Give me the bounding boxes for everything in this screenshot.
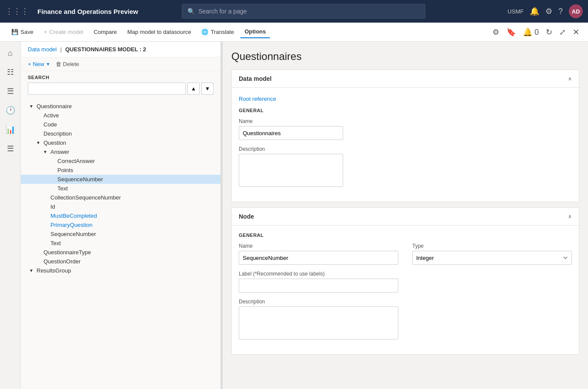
tree-item-selected[interactable]: SequenceNumber	[21, 175, 220, 184]
new-button[interactable]: + New ▼	[28, 61, 50, 67]
search-placeholder: Search for a page	[198, 8, 247, 15]
tree-item[interactable]: QuestionOrder	[21, 257, 220, 266]
search-down-arrow[interactable]: ▼	[201, 83, 214, 95]
notifications-btn[interactable]: 🔔 0	[521, 26, 541, 39]
options-button[interactable]: Options	[240, 26, 270, 38]
tree-item[interactable]: QuestionnaireType	[21, 248, 220, 257]
tree-item[interactable]: Text	[21, 184, 220, 193]
bookmark-icon[interactable]: 🔖	[504, 26, 518, 39]
tree-item[interactable]: Description	[21, 129, 220, 138]
avatar[interactable]: AD	[569, 4, 583, 18]
node-card-header[interactable]: Node ∧	[232, 208, 579, 226]
delete-button[interactable]: 🗑 Delete	[56, 61, 80, 67]
home-icon[interactable]: ⌂	[3, 45, 18, 61]
expand-icon[interactable]: ⤢	[558, 26, 568, 39]
create-model-button[interactable]: + Create model	[40, 26, 88, 38]
data-model-card: Data model ∧ Root reference GENERAL Name…	[231, 70, 579, 202]
tree-item[interactable]: Active	[21, 111, 220, 120]
refresh-icon[interactable]: ↻	[544, 26, 554, 39]
node-type-select[interactable]: Integer String Boolean Real Date DateTim…	[412, 251, 572, 265]
translate-icon: 🌐	[201, 29, 208, 35]
help-icon[interactable]: ?	[558, 7, 563, 16]
menu-icon[interactable]: ☰	[3, 83, 18, 99]
node-right-column: Type Integer String Boolean Real Date Da…	[412, 243, 572, 347]
tree-panel: Data model | QUESTIONNAIRES MODEL : 2 + …	[21, 42, 221, 389]
side-icons: ⌂ ☷ ☰ 🕐 📊 ☰	[0, 42, 21, 389]
data-model-name-input[interactable]	[239, 126, 343, 140]
tree-item[interactable]: Text	[21, 239, 220, 248]
tree-item-label: ResultsGroup	[35, 267, 71, 274]
search-section: SEARCH ▲ ▼	[21, 71, 220, 98]
data-model-general-label: GENERAL	[239, 108, 572, 113]
tree-content: ▼ Questionnaire Active Code Description	[21, 98, 220, 389]
node-general-label: GENERAL	[239, 233, 572, 238]
tree-item-label: SequenceNumber	[49, 231, 96, 237]
save-button[interactable]: 💾 Save	[7, 26, 38, 38]
tree-item-label: Id	[49, 203, 55, 210]
toggle-icon: ▼	[42, 150, 49, 154]
tree-item-label: MustBeCompleted	[49, 213, 97, 219]
data-model-description-label: Description	[239, 146, 572, 152]
main-layout: ⌂ ☷ ☰ 🕐 📊 ☰ Data model | QUESTIONNAIRES …	[0, 42, 588, 389]
list-icon[interactable]: ☰	[3, 141, 18, 156]
search-icon: 🔍	[187, 8, 195, 15]
node-card-body: GENERAL Name Label (*Recommended to use …	[232, 226, 579, 354]
node-label-field: Label (*Recommended to use labels)	[239, 271, 398, 293]
notifications-icon[interactable]: 🔔	[530, 7, 539, 16]
node-description-field: Description	[239, 299, 398, 341]
translate-button[interactable]: 🌐 Translate	[197, 26, 238, 38]
tree-item[interactable]: Points	[21, 166, 220, 175]
table-icon[interactable]: 📊	[3, 122, 18, 137]
global-search-bar[interactable]: 🔍 Search for a page	[182, 4, 425, 19]
root-reference-link[interactable]: Root reference	[239, 96, 276, 102]
tree-item[interactable]: SequenceNumber	[21, 229, 220, 239]
data-model-description-textarea[interactable]	[239, 154, 343, 187]
node-label-input[interactable]	[239, 279, 398, 293]
search-label: SEARCH	[28, 75, 214, 80]
tree-item[interactable]: CorrectAnswer	[21, 156, 220, 166]
node-name-field: Name	[239, 243, 398, 265]
map-model-button[interactable]: Map model to datasource	[123, 26, 196, 38]
compare-button[interactable]: Compare	[89, 26, 121, 38]
tree-item[interactable]: MustBeCompleted	[21, 211, 220, 220]
tree-item-label: SequenceNumber	[56, 176, 103, 183]
node-description-textarea[interactable]	[239, 306, 398, 339]
filter-icon[interactable]: ☷	[3, 64, 18, 80]
user-label: USMF	[508, 8, 524, 15]
tree-item[interactable]: ▼ ResultsGroup	[21, 266, 220, 275]
tree-item[interactable]: Code	[21, 120, 220, 129]
tree-item[interactable]: CollectionSequenceNumber	[21, 193, 220, 202]
toolbar: 💾 Save + Create model Compare Map model …	[0, 23, 588, 42]
data-model-card-header[interactable]: Data model ∧	[232, 70, 579, 88]
top-nav: ⋮⋮⋮ Finance and Operations Preview 🔍 Sea…	[0, 0, 588, 23]
node-label-label: Label (*Recommended to use labels)	[239, 271, 398, 277]
tree-item-label: PrimaryQuestion	[49, 222, 93, 228]
data-model-card-body: Root reference GENERAL Name Description	[232, 88, 579, 202]
tree-item[interactable]: PrimaryQuestion	[21, 220, 220, 229]
notification-badge: 0	[535, 28, 539, 37]
tree-item[interactable]: ▼ Question	[21, 138, 220, 147]
breadcrumb: Data model | QUESTIONNAIRES MODEL : 2	[21, 42, 220, 57]
tree-item[interactable]: ▼ Answer	[21, 147, 220, 156]
node-name-input[interactable]	[239, 251, 398, 265]
tree-item-label: Text	[49, 240, 61, 246]
nav-right: USMF 🔔 ⚙ ? AD	[508, 4, 583, 18]
settings-icon[interactable]: ⚙	[545, 7, 552, 16]
toolbar-right: ⚙ 🔖 🔔 0 ↻ ⤢ ✕	[491, 26, 581, 39]
tree-item[interactable]: Id	[21, 202, 220, 211]
tree-item-label: Question	[42, 140, 66, 146]
close-icon[interactable]: ✕	[571, 26, 581, 39]
search-up-arrow[interactable]: ▲	[187, 83, 200, 95]
toggle-icon: ▼	[28, 268, 35, 273]
tree-item[interactable]: ▼ Questionnaire	[21, 102, 220, 111]
node-type-field: Type Integer String Boolean Real Date Da…	[412, 243, 572, 265]
grid-icon[interactable]: ⋮⋮⋮	[5, 7, 29, 16]
clock-icon[interactable]: 🕐	[3, 103, 18, 118]
node-general-grid: Name Label (*Recommended to use labels) …	[239, 243, 572, 347]
collapse-icon: ∧	[568, 213, 572, 219]
data-model-card-title: Data model	[239, 75, 271, 82]
breadcrumb-data-model[interactable]: Data model	[28, 46, 57, 53]
search-input[interactable]	[28, 83, 186, 95]
tree-item-label: Questionnaire	[35, 103, 72, 110]
design-icon[interactable]: ⚙	[491, 26, 501, 39]
